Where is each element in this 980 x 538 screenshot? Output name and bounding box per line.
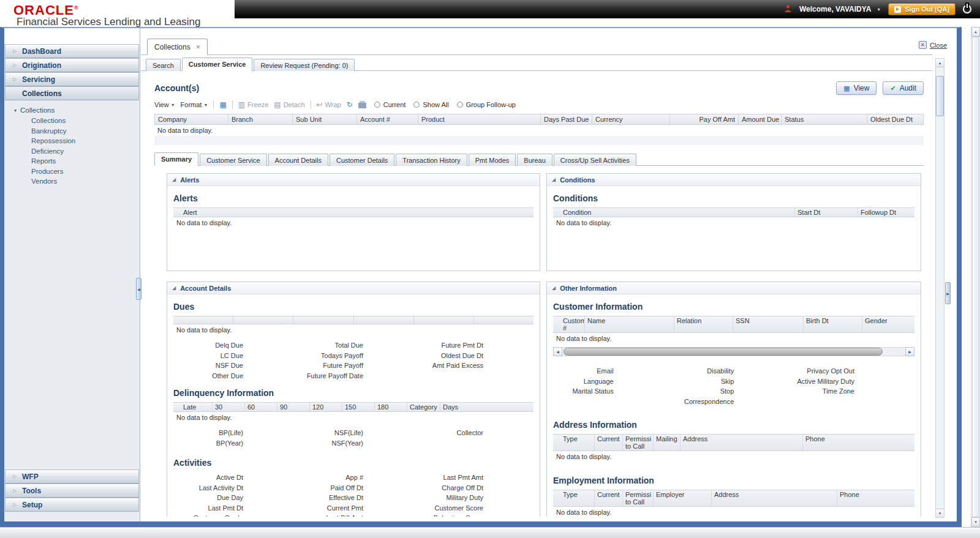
close-button[interactable]: ✕ Close (919, 41, 947, 49)
col-phone: Phone (803, 435, 914, 450)
field-label: LC Due (173, 351, 293, 361)
scroll-down-icon[interactable]: ▼ (971, 517, 980, 527)
field-label: Amt Paid Excess (413, 361, 533, 371)
col-customer-number: Customer # (553, 316, 585, 332)
detach-button[interactable]: ▤Detach (274, 101, 304, 108)
radio-current-label: Current (383, 101, 406, 108)
col-oldest-due-dt[interactable]: Oldest Due Dt (867, 114, 923, 124)
col-currency[interactable]: Currency (592, 114, 670, 124)
audit-button[interactable]: ✔Audit (883, 81, 924, 95)
freeze-button[interactable]: ▥Freeze (238, 101, 269, 108)
sidebar-item-collections[interactable]: Collections (5, 86, 139, 100)
scrollbar-track[interactable] (562, 347, 905, 356)
col-pay-off-amt[interactable]: Pay Off Amt (670, 114, 739, 124)
col-amount-due[interactable]: Amount Due (739, 114, 782, 124)
tab-customer-service[interactable]: Customer Service (182, 58, 253, 71)
scroll-left-icon[interactable]: ◀ (553, 347, 562, 356)
col-account-number[interactable]: Account # (357, 114, 418, 124)
content-area: Collections ✕ ✕ Close Search Customer Se… (141, 28, 957, 521)
tree-item-bankruptcy[interactable]: Bankruptcy (14, 126, 138, 136)
tree-item-repossession[interactable]: Repossession (14, 136, 138, 146)
scroll-up-icon[interactable]: ▲ (936, 59, 944, 67)
sidebar-item-label: Tools (22, 487, 41, 495)
expand-arrow-icon: ▷ (13, 62, 17, 68)
col-sub-unit[interactable]: Sub Unit (293, 114, 357, 124)
wrap-button[interactable]: ↩Wrap (317, 101, 341, 108)
sign-out-button[interactable]: Sign Out [QA] (888, 3, 956, 15)
customer-service-page: Account(s) ▦View ✔Audit View▼ Format▼ ▦ … (141, 71, 936, 517)
tab-search[interactable]: Search (146, 59, 181, 71)
col-product[interactable]: Product (418, 114, 541, 124)
format-menu[interactable]: Format▼ (181, 101, 208, 108)
tab-close-icon[interactable]: ✕ (196, 44, 201, 50)
scrollbar-thumb[interactable] (564, 348, 883, 356)
accounts-header: Account(s) ▦View ✔Audit (154, 81, 924, 95)
freeze-icon: ▥ (238, 101, 245, 108)
panel-collapse-handle[interactable]: ▶ (945, 282, 951, 304)
sidebar-item-servicing[interactable]: ▷Servicing (5, 72, 139, 86)
print-icon[interactable] (358, 103, 366, 108)
welcome-menu[interactable]: Welcome, VAVAIDYA▼ (799, 5, 881, 13)
tree-item-deficiency[interactable]: Deficiency (14, 146, 138, 157)
scroll-up-icon[interactable]: ▲ (971, 27, 980, 37)
close-label: Close (930, 42, 947, 49)
radio-current[interactable]: Current (374, 101, 406, 108)
sidebar-item-origination[interactable]: ▷Origination (5, 58, 139, 72)
tree-item-producers[interactable]: Producers (14, 166, 138, 177)
sidebar-collapse-handle[interactable]: ◀ (136, 278, 141, 300)
format-menu-label: Format (181, 101, 202, 108)
tab-cross-up-sell[interactable]: Cross/Up Sell Activities (554, 154, 636, 166)
sidebar-item-dashboard[interactable]: ▷DashBoard (5, 44, 139, 58)
col-days-past-due[interactable]: Days Past Due (541, 114, 592, 124)
tab-bureau[interactable]: Bureau (517, 154, 552, 166)
export-grid-icon[interactable]: ▦ (219, 101, 226, 108)
field-label: Skip (674, 376, 794, 387)
tab-summary[interactable]: Summary (154, 152, 198, 166)
field-label: Email (553, 366, 674, 376)
col-start-dt: Start Dt (795, 208, 858, 217)
account-details-panel-header[interactable]: ◢Account Details (167, 282, 540, 294)
sidebar-item-label: Origination (22, 61, 61, 70)
tab-customer-details[interactable]: Customer Details (330, 154, 394, 166)
col-status[interactable]: Status (782, 114, 867, 124)
tab-pmt-modes[interactable]: Pmt Modes (469, 154, 516, 166)
tab-customer-service-detail[interactable]: Customer Service (200, 154, 266, 166)
scrollbar-thumb[interactable] (972, 37, 979, 517)
scroll-right-icon[interactable]: ▶ (905, 347, 914, 356)
sidebar-item-tools[interactable]: ▷Tools (5, 484, 139, 498)
conditions-panel-header[interactable]: ◢Conditions (547, 174, 921, 186)
field-label: Todays Payoff (293, 351, 413, 361)
col-company[interactable]: Company (155, 114, 228, 124)
view-button[interactable]: ▦View (836, 81, 876, 95)
tab-account-details[interactable]: Account Details (268, 154, 328, 166)
radio-group-follow-up[interactable]: Group Follow-up (457, 101, 516, 108)
sidebar-item-wfp[interactable]: ▷WFP (5, 469, 139, 484)
view-menu-label: View (154, 101, 169, 108)
oracle-logo: ORACLE® (13, 1, 201, 17)
tab-transaction-history[interactable]: Transaction History (396, 154, 467, 166)
tree-item-reports[interactable]: Reports (14, 156, 138, 166)
scroll-down-icon[interactable]: ▼ (936, 509, 944, 517)
field-label: Active Military Duty (794, 376, 914, 387)
tab-collections-window[interactable]: Collections ✕ (147, 39, 208, 55)
view-menu[interactable]: View▼ (154, 101, 175, 108)
col-type: Type (553, 490, 595, 506)
tree-item-vendors[interactable]: Vendors (14, 176, 138, 187)
col-relation: Relation (674, 316, 733, 332)
tree-item-collections[interactable]: Collections (14, 116, 138, 126)
dues-fields: Delq Due Total Due Future Pmt Dt LC Due … (173, 340, 533, 381)
alerts-panel-header[interactable]: ◢Alerts (167, 174, 540, 186)
refresh-icon[interactable]: ↻ (347, 101, 353, 108)
power-icon[interactable] (963, 5, 971, 13)
summary-panels: ◢Alerts Alerts Alert No data to display. (167, 173, 924, 517)
conditions-table-header: Condition Start Dt Followup Dt (553, 207, 914, 217)
scrollbar-thumb[interactable] (936, 76, 944, 116)
tab-review-request[interactable]: Review Request (Pending: 0) (254, 59, 355, 71)
radio-show-all[interactable]: Show All (413, 101, 448, 108)
field-label: NSF(Life) (293, 428, 413, 438)
other-information-panel-header[interactable]: ◢Other Information (547, 282, 921, 294)
sidebar-item-setup[interactable]: ▷Setup (5, 498, 139, 512)
scrollbar-track[interactable] (936, 67, 944, 509)
col-branch[interactable]: Branch (228, 114, 293, 124)
tree-node-collections[interactable]: ▾Collections (14, 105, 138, 116)
